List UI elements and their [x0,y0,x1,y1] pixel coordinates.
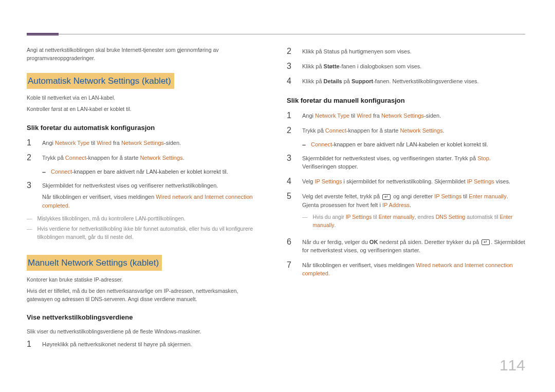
step-text: Når du er ferdig, velger du OK nederst p… [302,237,525,255]
bullet-text: Connect-knappen er bare aktivert når LAN… [311,140,488,149]
list-item: 4 Klikk på Details på Support-fanen. Net… [287,76,525,86]
list-item: 1 Angi Network Type til Wired fra Networ… [27,138,265,147]
bullet-text: Connect-knappen er bare aktivert når LAN… [51,167,228,176]
step-text: Høyreklikk på nettverksikonet nederst ti… [42,339,265,349]
step-number: 7 [287,260,294,270]
bullet-item: ‒ Connect-knappen er bare aktivert når L… [302,140,525,149]
intro-text: Angi at nettverkstilkoblingen skal bruke… [27,46,265,63]
subheading-auto-config: Slik foretar du automatisk konfigurasjon [27,123,265,133]
step-number: 1 [27,339,34,349]
step-number: 2 [287,46,294,56]
note-text: Mislykkes tilkoblingen, må du kontroller… [38,215,186,223]
step-text: Klikk på Details på Support-fanen. Nettv… [302,76,525,86]
note-item: Hvis verdiene for nettverkstilkobling ik… [27,225,265,241]
step-text: Klikk på Støtte-fanen i dialogboksen som… [302,61,525,71]
list-item: 2 Trykk på Connect-knappen for å starte … [287,125,525,135]
list-item: 5 Velg det øverste feltet, trykk på og a… [287,191,525,232]
step-text: Velg IP Settings i skjermbildet for nett… [302,176,525,186]
note-dash-icon [302,213,310,230]
list-item: 6 Når du er ferdig, velger du OK nederst… [287,237,525,255]
step-text: Skjermbildet for nettverkstest vises, og… [302,153,525,171]
step-text: Angi Network Type til Wired fra Network … [42,138,265,147]
list-item: 1 Angi Network Type til Wired fra Networ… [287,110,525,120]
step-number: 2 [287,125,294,135]
body-text: Hvis det er tilfellet, må du be den nett… [27,287,265,304]
subheading-view-values: Vise nettverkstilkoblingsverdiene [27,312,265,323]
list-item: 7 Når tilkoblingen er verifisert, vises … [287,260,525,278]
note-item: Mislykkes tilkoblingen, må du kontroller… [27,215,265,223]
note-item: Hvis du angir IP Settings til Enter manu… [302,213,525,230]
list-item: 2 Klikk på Status på hurtigmenyen som vi… [287,46,525,56]
bullet-item: ‒ Connect-knappen er bare aktivert når L… [42,167,265,176]
step-number: 2 [27,153,34,162]
step-number: 3 [27,180,34,190]
right-column: 2 Klikk på Status på hurtigmenyen som vi… [287,27,525,354]
section-heading-manual: Manuelt Network Settings (kablet) [27,255,162,271]
list-item: 4 Velg IP Settings i skjermbildet for ne… [287,176,525,186]
step-number: 5 [287,191,294,201]
body-text: Slik viser du nettverkstilkoblingsverdie… [27,328,265,336]
page-number: 114 [499,353,525,377]
bullet-dash: ‒ [302,140,306,149]
step-text: Velg det øverste feltet, trykk på og ang… [302,191,525,232]
list-item: 1 Høyreklikk på nettverksikonet nederst … [27,339,265,349]
body-text: Koble til nettverket via en LAN-kabel. [27,94,265,102]
step-text: Når tilkoblingen er verifisert, vises me… [302,260,525,278]
list-item: 3 Skjermbildet for nettverkstest vises, … [287,153,525,171]
enter-key-icon [482,239,490,245]
note-dash-icon [27,225,34,241]
step-number: 6 [287,237,294,247]
note-text: Hvis verdiene for nettverkstilkobling ik… [38,225,266,241]
subheading-manual-config: Slik foretar du manuell konfigurasjon [287,96,525,106]
step-number: 3 [287,61,294,71]
step-number: 4 [287,176,294,186]
body-text: Kontroller først at en LAN-kabel er kobl… [27,105,265,114]
step-number: 1 [287,110,294,120]
list-item: 2 Trykk på Connect-knappen for å starte … [27,153,265,162]
step-text: Klikk på Status på hurtigmenyen som vise… [302,46,525,56]
step-text: Trykk på Connect-knappen for å starte Ne… [302,125,525,135]
page-content: Angi at nettverkstilkoblingen skal bruke… [0,0,555,375]
header-rule [27,34,525,34]
section-heading-auto: Automatisk Network Settings (kablet) [27,73,174,89]
list-item: 3 Klikk på Støtte-fanen i dialogboksen s… [287,61,525,71]
bullet-dash: ‒ [42,167,46,176]
enter-key-icon [382,194,391,200]
step-text: Angi Network Type til Wired fra Network … [302,110,525,120]
note-text: Hvis du angir IP Settings til Enter manu… [313,213,526,230]
body-text: Kontorer kan bruke statiske IP-adresser. [27,276,265,284]
note-dash-icon [27,215,34,223]
step-number: 3 [287,153,294,163]
step-number: 1 [27,138,34,147]
step-text: Skjermbildet for nettverkstest vises og … [42,180,265,210]
left-column: Angi at nettverkstilkoblingen skal bruke… [27,27,265,354]
step-number: 4 [287,76,294,86]
list-item: 3 Skjermbildet for nettverkstest vises o… [27,180,265,210]
step-text: Trykk på Connect-knappen for å starte Ne… [42,153,265,162]
